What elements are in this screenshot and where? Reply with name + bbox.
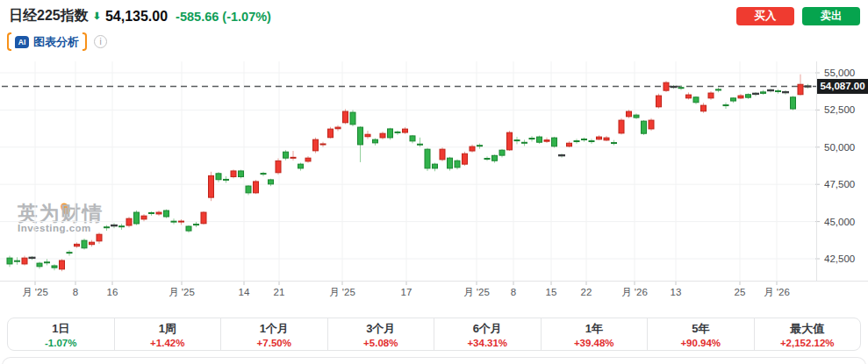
candle[interactable] bbox=[410, 136, 415, 141]
candle-flat[interactable] bbox=[574, 140, 580, 142]
candle-flat[interactable] bbox=[715, 89, 721, 90]
candle[interactable] bbox=[126, 218, 132, 225]
candle-doji[interactable] bbox=[782, 91, 789, 93]
candle[interactable] bbox=[335, 127, 341, 129]
candle-doji[interactable] bbox=[29, 257, 36, 259]
candle[interactable] bbox=[597, 137, 602, 139]
candle[interactable] bbox=[231, 171, 236, 177]
candle[interactable] bbox=[246, 186, 251, 193]
candle[interactable] bbox=[22, 258, 27, 264]
candle[interactable] bbox=[239, 171, 244, 177]
period-tab[interactable]: 1年+39.48% bbox=[542, 318, 649, 350]
candle[interactable] bbox=[761, 92, 766, 94]
candle-flat[interactable] bbox=[67, 252, 73, 253]
candle[interactable] bbox=[642, 121, 647, 133]
candle[interactable] bbox=[305, 158, 311, 161]
candle[interactable] bbox=[358, 127, 363, 145]
candle[interactable] bbox=[664, 82, 669, 90]
candle[interactable] bbox=[37, 263, 42, 267]
candle-doji[interactable] bbox=[805, 85, 812, 87]
sell-button[interactable]: 卖出 bbox=[802, 7, 860, 25]
candle[interactable] bbox=[365, 134, 370, 137]
candle[interactable] bbox=[201, 212, 206, 224]
candle[interactable] bbox=[656, 96, 662, 107]
candle[interactable] bbox=[507, 132, 513, 150]
candle[interactable] bbox=[52, 266, 57, 268]
candle[interactable] bbox=[448, 158, 453, 168]
candle[interactable] bbox=[328, 129, 334, 138]
candle[interactable] bbox=[738, 96, 743, 98]
candle-doji[interactable] bbox=[671, 86, 678, 88]
candle[interactable] bbox=[90, 242, 95, 245]
candle-flat[interactable] bbox=[678, 87, 685, 89]
candle[interactable] bbox=[552, 138, 557, 146]
candle[interactable] bbox=[455, 161, 460, 168]
candle[interactable] bbox=[186, 226, 191, 231]
candle-flat[interactable] bbox=[477, 145, 483, 146]
candle-flat[interactable] bbox=[611, 142, 617, 144]
candle[interactable] bbox=[499, 150, 505, 155]
candlestick-chart[interactable]: 月 '25816月 '251421月 '2517月 '2581522月 '261… bbox=[0, 0, 868, 364]
candle[interactable] bbox=[97, 234, 102, 241]
candle[interactable] bbox=[537, 137, 542, 142]
candle-flat[interactable] bbox=[14, 261, 20, 262]
candle[interactable] bbox=[492, 155, 498, 161]
candle[interactable] bbox=[60, 261, 65, 269]
candle-flat[interactable] bbox=[44, 261, 50, 263]
candle-flat[interactable] bbox=[193, 224, 199, 225]
period-tab[interactable]: 1周+1.42% bbox=[115, 318, 222, 350]
candle[interactable] bbox=[746, 95, 751, 97]
candle-flat[interactable] bbox=[320, 143, 326, 145]
candle[interactable] bbox=[701, 105, 707, 111]
period-tab[interactable]: 最大值+2,152.12% bbox=[755, 318, 861, 350]
candle[interactable] bbox=[433, 164, 438, 168]
candle-doji[interactable] bbox=[752, 93, 759, 95]
candle[interactable] bbox=[798, 84, 803, 95]
candle[interactable] bbox=[254, 182, 259, 193]
candle-flat[interactable] bbox=[484, 158, 491, 160]
candle-flat[interactable] bbox=[417, 144, 423, 146]
candle[interactable] bbox=[634, 115, 639, 118]
candle[interactable] bbox=[693, 97, 699, 103]
period-tab[interactable]: 1日-1.07% bbox=[8, 318, 115, 350]
candle-flat[interactable] bbox=[521, 142, 527, 144]
candle[interactable] bbox=[216, 174, 221, 180]
candle-doji[interactable] bbox=[111, 225, 118, 226]
candle[interactable] bbox=[276, 161, 281, 172]
candle[interactable] bbox=[7, 258, 12, 264]
candle[interactable] bbox=[156, 212, 161, 214]
candle[interactable] bbox=[425, 149, 430, 168]
candle-flat[interactable] bbox=[223, 179, 229, 181]
period-tab[interactable]: 3个月+5.08% bbox=[328, 318, 435, 350]
candle-doji[interactable] bbox=[558, 154, 565, 156]
candle-flat[interactable] bbox=[171, 221, 177, 223]
candle-flat[interactable] bbox=[178, 221, 184, 223]
candle[interactable] bbox=[313, 139, 319, 151]
buy-button[interactable]: 买入 bbox=[736, 7, 794, 25]
candle[interactable] bbox=[209, 175, 214, 197]
info-icon[interactable]: i bbox=[94, 35, 107, 48]
candle-flat[interactable] bbox=[581, 139, 587, 140]
candle[interactable] bbox=[731, 98, 736, 101]
candle[interactable] bbox=[544, 140, 549, 142]
candle-flat[interactable] bbox=[118, 225, 125, 227]
candle-flat[interactable] bbox=[589, 140, 595, 142]
candle-flat[interactable] bbox=[723, 104, 729, 106]
candle-flat[interactable] bbox=[775, 90, 781, 92]
candle[interactable] bbox=[141, 216, 147, 219]
candle[interactable] bbox=[75, 244, 80, 246]
candle[interactable] bbox=[567, 143, 572, 146]
candle[interactable] bbox=[164, 211, 169, 217]
candle-flat[interactable] bbox=[148, 212, 154, 214]
candle[interactable] bbox=[283, 152, 289, 158]
candle[interactable] bbox=[373, 139, 378, 143]
candle[interactable] bbox=[470, 146, 475, 151]
period-tab[interactable]: 6个月+34.31% bbox=[434, 318, 542, 350]
candle[interactable] bbox=[350, 112, 355, 125]
candle[interactable] bbox=[269, 180, 274, 184]
candle[interactable] bbox=[627, 111, 632, 117]
period-tab[interactable]: 5年+90.94% bbox=[648, 318, 755, 350]
ai-chart-analysis-chip[interactable]: AI 图表分析 bbox=[7, 32, 87, 51]
candle[interactable] bbox=[619, 120, 624, 133]
candle[interactable] bbox=[708, 93, 714, 98]
